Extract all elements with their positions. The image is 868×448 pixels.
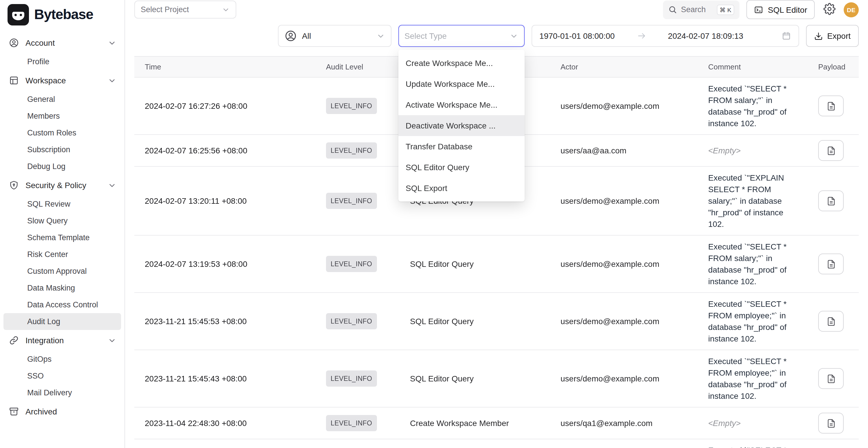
cell-audit-level: LEVEL_INFO bbox=[316, 439, 400, 448]
sidebar-item-sql-review[interactable]: SQL Review bbox=[3, 196, 121, 213]
cell-actor: users/demo@example.com bbox=[550, 293, 698, 350]
bytebase-logo-icon bbox=[7, 4, 29, 25]
cell-actor: users/demo@example.com bbox=[550, 235, 698, 293]
sidebar-item-audit-log[interactable]: Audit Log bbox=[3, 313, 121, 330]
column-header-actor: Actor bbox=[550, 57, 698, 77]
sidebar-item-label: Mail Delivery bbox=[27, 388, 72, 397]
brand-logo[interactable]: Bytebase bbox=[0, 0, 124, 29]
cell-audit-type: SQL Editor Query bbox=[400, 235, 550, 293]
payload-button[interactable] bbox=[818, 96, 844, 116]
sidebar-group-workspace[interactable]: Workspace bbox=[0, 70, 124, 91]
settings-button[interactable] bbox=[822, 2, 837, 17]
cell-actor: users/demo@example.com bbox=[550, 350, 698, 407]
type-option-transfer-database[interactable]: Transfer Database bbox=[398, 136, 524, 157]
column-header-comment: Comment bbox=[698, 57, 808, 77]
filter-bar: All Select Type Create Workspace Me...Up… bbox=[125, 19, 868, 56]
actor-filter-value: All bbox=[302, 31, 311, 40]
cell-audit-level: LEVEL_INFO bbox=[316, 166, 400, 235]
chevron-down-icon bbox=[376, 32, 385, 40]
chevron-down-icon bbox=[108, 181, 116, 190]
type-option-deactivate-workspace[interactable]: Deactivate Workspace ... bbox=[398, 115, 524, 136]
file-icon bbox=[826, 146, 836, 155]
sidebar-item-risk-center[interactable]: Risk Center bbox=[3, 246, 121, 263]
sidebar-item-schema-template[interactable]: Schema Template bbox=[3, 229, 121, 246]
file-icon bbox=[826, 316, 836, 326]
payload-button[interactable] bbox=[818, 140, 844, 161]
cell-audit-type: SQL Editor Query bbox=[400, 439, 550, 448]
type-filter-select[interactable]: Select Type bbox=[398, 25, 524, 47]
actor-filter-select[interactable]: All bbox=[278, 25, 391, 47]
sidebar-item-custom-roles[interactable]: Custom Roles bbox=[3, 124, 121, 141]
project-select[interactable]: Select Project bbox=[134, 1, 236, 19]
search-input[interactable]: Search ⌘ K bbox=[663, 0, 739, 19]
sidebar-item-label: Custom Roles bbox=[27, 128, 76, 137]
sidebar-item-label: Data Masking bbox=[27, 284, 75, 292]
cell-audit-type: Create Workspace Member bbox=[400, 407, 550, 439]
cell-actor: users/demo@example.com bbox=[550, 166, 698, 235]
cell-audit-level: LEVEL_INFO bbox=[316, 135, 400, 166]
shield-icon bbox=[9, 180, 19, 190]
sidebar-item-data-access-control[interactable]: Data Access Control bbox=[3, 296, 121, 313]
file-icon bbox=[826, 196, 836, 206]
export-button[interactable]: Export bbox=[806, 25, 859, 47]
chevron-down-icon bbox=[108, 38, 116, 47]
file-icon bbox=[826, 259, 836, 269]
user-avatar[interactable]: DE bbox=[844, 2, 859, 17]
sidebar: Bytebase Account Profile Workspace Gener… bbox=[0, 0, 125, 448]
terminal-icon bbox=[754, 5, 763, 14]
search-placeholder: Search bbox=[681, 5, 706, 14]
payload-button[interactable] bbox=[818, 368, 844, 389]
sidebar-item-debug-log[interactable]: Debug Log bbox=[3, 158, 121, 175]
cell-time: 2023-11-21 15:45:53 +08:00 bbox=[134, 293, 316, 350]
sidebar-item-sso[interactable]: SSO bbox=[3, 367, 121, 384]
sidebar-item-label: SSO bbox=[27, 372, 44, 380]
cell-comment: <Empty> bbox=[698, 135, 808, 166]
cell-payload bbox=[808, 407, 859, 439]
cell-time: 2024-02-07 13:19:53 +08:00 bbox=[134, 235, 316, 293]
payload-button[interactable] bbox=[818, 311, 844, 332]
sidebar-item-mail-delivery[interactable]: Mail Delivery bbox=[3, 384, 121, 401]
sidebar-group-label: Workspace bbox=[26, 76, 66, 85]
sidebar-group-security-policy[interactable]: Security & Policy bbox=[0, 175, 124, 196]
cell-audit-level: LEVEL_INFO bbox=[316, 350, 400, 407]
sidebar-group-archived[interactable]: Archived bbox=[0, 401, 124, 422]
sidebar-item-label: Risk Center bbox=[27, 250, 68, 259]
cell-time: 2024-02-07 13:20:11 +08:00 bbox=[134, 166, 316, 235]
sql-editor-button[interactable]: SQL Editor bbox=[746, 0, 815, 19]
audit-level-badge: LEVEL_INFO bbox=[326, 142, 377, 159]
sidebar-item-custom-approval[interactable]: Custom Approval bbox=[3, 263, 121, 280]
cell-payload bbox=[808, 135, 859, 166]
calendar-icon bbox=[781, 31, 791, 40]
sidebar-item-slow-query[interactable]: Slow Query bbox=[3, 213, 121, 229]
audit-level-badge: LEVEL_INFO bbox=[326, 371, 377, 387]
sidebar-group-account[interactable]: Account bbox=[0, 32, 124, 53]
topbar: Select Project Search ⌘ K SQL Editor DE bbox=[125, 0, 868, 19]
type-option-sql-editor-query[interactable]: SQL Editor Query bbox=[398, 157, 524, 178]
date-range-picker[interactable]: 1970-01-01 08:00:00 2024-02-07 18:09:13 bbox=[531, 25, 799, 47]
sidebar-item-general[interactable]: General bbox=[3, 91, 121, 108]
audit-log-row: 2023-11-04 22:48:30 +08:00 LEVEL_INFO Cr… bbox=[134, 407, 859, 439]
type-filter-wrap: Select Type Create Workspace Me...Update… bbox=[398, 25, 524, 47]
audit-level-badge: LEVEL_INFO bbox=[326, 415, 377, 431]
cell-comment: Executed `"EXPLAIN SELECT * FROM salary;… bbox=[698, 166, 808, 235]
sql-editor-label: SQL Editor bbox=[768, 5, 807, 14]
payload-button[interactable] bbox=[818, 254, 844, 274]
sidebar-item-profile[interactable]: Profile bbox=[3, 53, 121, 70]
sidebar-item-label: Members bbox=[27, 112, 60, 120]
cell-actor: users/demo@example.com bbox=[550, 77, 698, 135]
brand-name: Bytebase bbox=[34, 6, 93, 23]
sidebar-item-members[interactable]: Members bbox=[3, 108, 121, 124]
payload-button[interactable] bbox=[818, 190, 844, 211]
type-option-sql-export[interactable]: SQL Export bbox=[398, 178, 524, 198]
type-option-update-workspace-me[interactable]: Update Workspace Me... bbox=[398, 73, 524, 94]
type-option-create-workspace-me[interactable]: Create Workspace Me... bbox=[398, 53, 524, 73]
sidebar-item-subscription[interactable]: Subscription bbox=[3, 141, 121, 158]
payload-button[interactable] bbox=[818, 413, 844, 434]
sidebar-item-data-masking[interactable]: Data Masking bbox=[3, 280, 121, 296]
main-area: Select Project Search ⌘ K SQL Editor DE … bbox=[125, 0, 868, 448]
type-option-activate-workspace-me[interactable]: Activate Workspace Me... bbox=[398, 94, 524, 115]
sidebar-item-gitops[interactable]: GitOps bbox=[3, 351, 121, 367]
chevron-down-icon bbox=[108, 336, 116, 345]
chevron-down-icon bbox=[222, 5, 230, 13]
sidebar-group-integration[interactable]: Integration bbox=[0, 330, 124, 351]
